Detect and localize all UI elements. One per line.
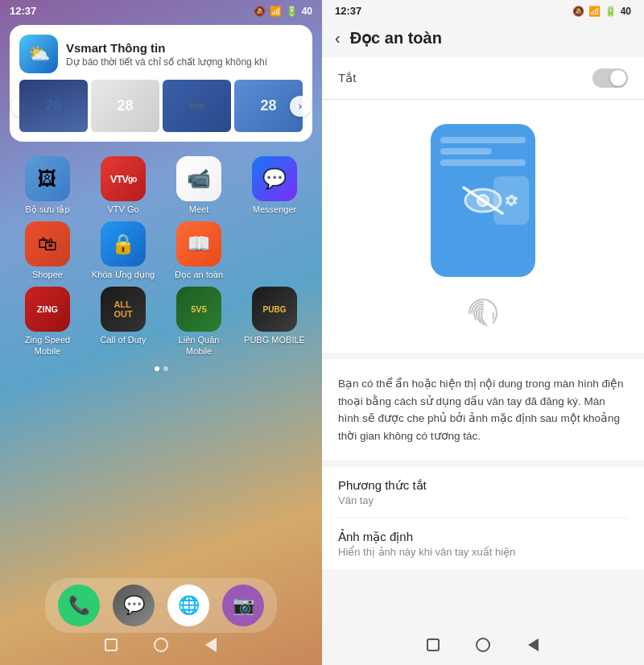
- setting-method[interactable]: Phương thức tắt Vân tay: [338, 467, 628, 518]
- mute-icon: 🔕: [254, 6, 266, 17]
- app-gallery[interactable]: 🖼 Bộ sưu tập: [13, 156, 82, 215]
- right-battery-icon: 🔋: [605, 6, 617, 17]
- app-lienquan[interactable]: 5V5 Liên Quân Mobile: [164, 287, 233, 356]
- app-shopee-label: Shopee: [32, 270, 63, 280]
- right-header: ‹ Đọc an toàn: [322, 20, 644, 57]
- right-time: 12:37: [335, 5, 361, 17]
- app-read-label: Đọc an toàn: [175, 270, 223, 280]
- toggle-row[interactable]: Tắt: [322, 57, 644, 100]
- app-pubg-label: PUBG MOBILE: [244, 335, 305, 345]
- phone-illustration: [431, 124, 535, 277]
- app-lock-label: Khóa Ứng dụng: [92, 270, 155, 280]
- carousel-right-arrow[interactable]: ›: [290, 96, 311, 117]
- right-battery-level: 40: [621, 6, 631, 17]
- left-bottom-nav: [0, 631, 322, 659]
- app-gallery-label: Bộ sưu tập: [25, 204, 69, 215]
- right-nav-back[interactable]: [524, 636, 542, 654]
- left-status-icons: 🔕 📶 🔋 40: [254, 6, 312, 17]
- right-status-icons: 🔕 📶 🔋 40: [572, 6, 631, 17]
- app-card-text: Vsmart Thông tin Dự báo thời tiết và chỉ…: [66, 41, 267, 68]
- app-zing-label: Zing Speed Mobile: [13, 335, 82, 356]
- pubg-icon: PUBG: [252, 287, 297, 332]
- app-messenger-label: Messenger: [253, 204, 296, 215]
- app-empty: [240, 221, 309, 280]
- right-status-bar: 12:37 🔕 📶 🔋 40: [322, 0, 644, 20]
- app-card-title: Vsmart Thông tin: [66, 41, 267, 55]
- toggle-label: Tắt: [338, 71, 356, 85]
- app-shopee[interactable]: 🛍 Shopee: [13, 221, 82, 280]
- app-dock: 📞 💬 🌐 📷: [45, 578, 277, 633]
- settings-section: Phương thức tắt Vân tay Ảnh mặc định Hiể…: [322, 467, 644, 569]
- page-dots: [0, 366, 322, 371]
- app-weather-icon: ⛅: [19, 35, 58, 73]
- setting-image-title: Ảnh mặc định: [338, 530, 628, 544]
- nav-back[interactable]: [202, 636, 220, 654]
- app-meet[interactable]: 📹 Meet: [164, 156, 233, 215]
- toggle-knob: [610, 70, 626, 86]
- app-grid: 🖼 Bộ sưu tập VTVgo VTV Go 📹 Meet 💬 Messe…: [0, 150, 322, 363]
- dot-1: [155, 366, 159, 371]
- dot-2: [163, 366, 168, 371]
- meet-icon: 📹: [176, 156, 221, 201]
- app-pubg[interactable]: PUBG PUBG MOBILE: [240, 287, 309, 356]
- right-nav-home[interactable]: [474, 636, 492, 654]
- home-circle-icon: [476, 638, 490, 652]
- app-lock[interactable]: 🔒 Khóa Ứng dụng: [89, 221, 158, 280]
- app-screenshots: ‹ 28 28 Info 28: [19, 80, 303, 132]
- fingerprint-area: [463, 293, 503, 337]
- description-text: Bạn có thể ẩn hoặc hiện thị nội dung tro…: [338, 375, 628, 444]
- app-messenger[interactable]: 💬 Messenger: [240, 156, 309, 215]
- screenshot-2: 28: [91, 80, 159, 132]
- toggle-switch[interactable]: [592, 68, 628, 88]
- shopee-icon: 🛍: [25, 221, 70, 266]
- setting-image-sub: Hiển thị ảnh này khi vân tay xuất hiện: [338, 546, 628, 558]
- setting-default-image[interactable]: Ảnh mặc định Hiển thị ảnh này khi vân ta…: [338, 518, 628, 569]
- app-promo-card[interactable]: ⛅ Vsmart Thông tin Dự báo thời tiết và c…: [10, 25, 312, 142]
- app-lienquan-label: Liên Quân Mobile: [164, 335, 233, 356]
- nav-recents[interactable]: [102, 636, 120, 654]
- vtv-icon: VTVgo: [101, 156, 146, 201]
- screenshot-1: 28: [19, 80, 88, 132]
- right-wifi-icon: 📶: [588, 6, 601, 17]
- dock-phone[interactable]: 📞: [58, 584, 100, 626]
- wifi-icon: 📶: [270, 6, 282, 17]
- messenger-icon: 💬: [252, 156, 297, 201]
- fingerprint-icon: [463, 293, 503, 333]
- battery-level: 40: [302, 6, 312, 17]
- app-vtv-label: VTV Go: [107, 204, 138, 215]
- nav-home[interactable]: [152, 636, 170, 654]
- right-nav-recents[interactable]: [424, 636, 442, 654]
- recents-square-icon: [427, 638, 440, 651]
- dock-camera[interactable]: 📷: [222, 584, 264, 626]
- back-button[interactable]: ‹: [335, 29, 341, 48]
- left-panel: 12:37 🔕 📶 🔋 40 ⛅ Vsmart Thông tin Dự báo…: [0, 0, 322, 665]
- back-triangle-icon: [528, 638, 539, 651]
- setting-method-sub: Vân tay: [338, 494, 628, 506]
- app-card-desc: Dự báo thời tiết và chỉ số chất lượng kh…: [66, 56, 267, 68]
- app-allout-label: Call of Duty: [101, 335, 147, 345]
- right-panel: 12:37 🔕 📶 🔋 40 ‹ Đọc an toàn Tắt: [322, 0, 644, 665]
- page-title: Đọc an toàn: [350, 28, 442, 48]
- lock-icon: 🔒: [101, 221, 146, 266]
- battery-icon: 🔋: [286, 6, 298, 17]
- left-time: 12:37: [10, 5, 36, 17]
- read-safe-icon: 📖: [176, 221, 221, 266]
- app-vtv[interactable]: VTVgo VTV Go: [89, 156, 158, 215]
- description-section: Bạn có thể ẩn hoặc hiện thị nội dung tro…: [322, 359, 644, 461]
- app-allout[interactable]: ALLOUT Call of Duty: [89, 287, 158, 356]
- dock-messages[interactable]: 💬: [113, 584, 155, 626]
- illustration-area: [322, 100, 644, 353]
- app-read-safe[interactable]: 📖 Đọc an toàn: [164, 221, 233, 280]
- allout-icon: ALLOUT: [101, 287, 146, 332]
- right-bottom-nav: [322, 631, 644, 659]
- dock-chrome[interactable]: 🌐: [167, 584, 209, 626]
- gear-icon: [503, 192, 519, 209]
- zing-icon: ZING: [25, 287, 70, 332]
- phone-side-panel: [493, 176, 529, 225]
- left-status-bar: 12:37 🔕 📶 🔋 40: [0, 0, 322, 20]
- gallery-icon: 🖼: [25, 156, 70, 201]
- lienquan-icon: 5V5: [176, 287, 221, 332]
- app-meet-label: Meet: [189, 204, 208, 215]
- screenshot-3: Info: [163, 80, 231, 132]
- app-zing[interactable]: ZING Zing Speed Mobile: [13, 287, 82, 356]
